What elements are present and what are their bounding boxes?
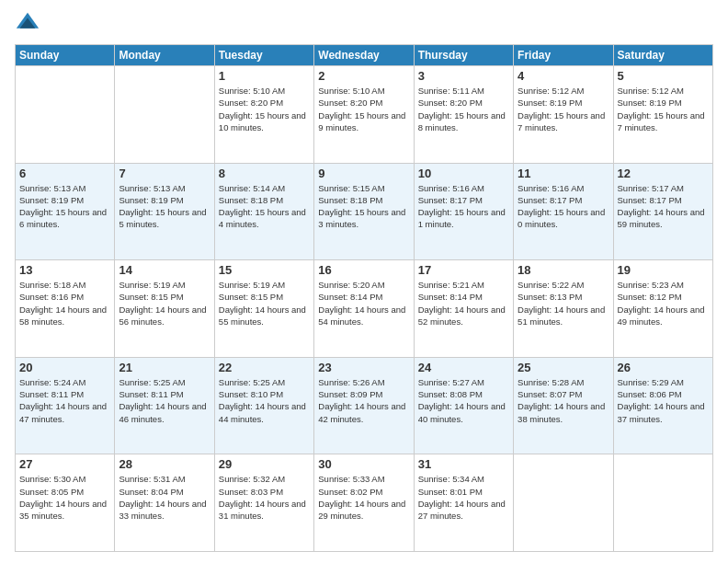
day-info: Sunrise: 5:25 AM Sunset: 8:10 PM Dayligh…	[219, 376, 310, 425]
calendar-header-tuesday: Tuesday	[214, 45, 313, 66]
calendar-cell: 24Sunrise: 5:27 AM Sunset: 8:08 PM Dayli…	[414, 357, 513, 454]
day-info: Sunrise: 5:23 AM Sunset: 8:12 PM Dayligh…	[618, 279, 709, 327]
day-info: Sunrise: 5:29 AM Sunset: 8:06 PM Dayligh…	[618, 376, 709, 425]
calendar-cell: 19Sunrise: 5:23 AM Sunset: 8:12 PM Dayli…	[613, 260, 712, 358]
day-number: 20	[19, 361, 110, 374]
day-info: Sunrise: 5:26 AM Sunset: 8:09 PM Dayligh…	[318, 376, 409, 425]
calendar-cell: 18Sunrise: 5:22 AM Sunset: 8:13 PM Dayli…	[514, 260, 613, 358]
calendar-table: SundayMondayTuesdayWednesdayThursdayFrid…	[15, 44, 713, 552]
calendar-cell: 6Sunrise: 5:13 AM Sunset: 8:19 PM Daylig…	[16, 163, 115, 260]
calendar-week-4: 20Sunrise: 5:24 AM Sunset: 8:11 PM Dayli…	[16, 357, 713, 454]
day-info: Sunrise: 5:25 AM Sunset: 8:11 PM Dayligh…	[119, 376, 210, 425]
calendar-cell: 5Sunrise: 5:12 AM Sunset: 8:19 PM Daylig…	[613, 66, 712, 164]
calendar-cell: 9Sunrise: 5:15 AM Sunset: 8:18 PM Daylig…	[314, 163, 414, 260]
calendar-cell: 17Sunrise: 5:21 AM Sunset: 8:14 PM Dayli…	[414, 260, 513, 358]
calendar-cell: 26Sunrise: 5:29 AM Sunset: 8:06 PM Dayli…	[613, 357, 712, 454]
day-number: 21	[119, 361, 210, 374]
calendar-week-2: 6Sunrise: 5:13 AM Sunset: 8:19 PM Daylig…	[16, 163, 713, 260]
calendar-header-friday: Friday	[514, 45, 613, 66]
day-number: 16	[318, 263, 409, 277]
day-info: Sunrise: 5:10 AM Sunset: 8:20 PM Dayligh…	[219, 85, 310, 133]
calendar-cell: 15Sunrise: 5:19 AM Sunset: 8:15 PM Dayli…	[214, 260, 313, 358]
day-number: 19	[618, 263, 709, 277]
day-info: Sunrise: 5:11 AM Sunset: 8:20 PM Dayligh…	[418, 85, 509, 133]
day-info: Sunrise: 5:24 AM Sunset: 8:11 PM Dayligh…	[19, 376, 110, 425]
day-info: Sunrise: 5:34 AM Sunset: 8:01 PM Dayligh…	[418, 473, 509, 522]
day-number: 27	[19, 457, 110, 471]
day-info: Sunrise: 5:20 AM Sunset: 8:14 PM Dayligh…	[318, 279, 409, 327]
day-info: Sunrise: 5:12 AM Sunset: 8:19 PM Dayligh…	[518, 85, 609, 133]
calendar-cell: 21Sunrise: 5:25 AM Sunset: 8:11 PM Dayli…	[115, 357, 214, 454]
day-info: Sunrise: 5:30 AM Sunset: 8:05 PM Dayligh…	[19, 473, 110, 522]
calendar-cell: 31Sunrise: 5:34 AM Sunset: 8:01 PM Dayli…	[414, 454, 513, 552]
calendar-header-thursday: Thursday	[414, 45, 513, 66]
day-number: 3	[418, 69, 509, 83]
calendar-week-1: 1Sunrise: 5:10 AM Sunset: 8:20 PM Daylig…	[16, 66, 713, 164]
day-number: 24	[418, 361, 509, 374]
day-number: 26	[618, 361, 709, 374]
day-number: 31	[418, 457, 509, 471]
calendar-cell: 12Sunrise: 5:17 AM Sunset: 8:17 PM Dayli…	[613, 163, 712, 260]
day-number: 14	[119, 263, 210, 277]
day-number: 1	[219, 69, 310, 83]
day-number: 12	[618, 167, 709, 180]
logo	[15, 11, 44, 37]
calendar-cell: 22Sunrise: 5:25 AM Sunset: 8:10 PM Dayli…	[214, 357, 313, 454]
calendar-cell: 25Sunrise: 5:28 AM Sunset: 8:07 PM Dayli…	[514, 357, 613, 454]
day-number: 11	[518, 167, 609, 180]
day-info: Sunrise: 5:10 AM Sunset: 8:20 PM Dayligh…	[318, 85, 409, 133]
calendar-cell: 2Sunrise: 5:10 AM Sunset: 8:20 PM Daylig…	[314, 66, 414, 164]
day-info: Sunrise: 5:32 AM Sunset: 8:03 PM Dayligh…	[219, 473, 310, 522]
calendar-cell: 20Sunrise: 5:24 AM Sunset: 8:11 PM Dayli…	[16, 357, 115, 454]
day-number: 13	[19, 263, 110, 277]
day-number: 9	[318, 167, 409, 180]
day-info: Sunrise: 5:19 AM Sunset: 8:15 PM Dayligh…	[219, 279, 310, 327]
calendar-cell: 7Sunrise: 5:13 AM Sunset: 8:19 PM Daylig…	[115, 163, 214, 260]
day-info: Sunrise: 5:15 AM Sunset: 8:18 PM Dayligh…	[318, 182, 409, 231]
day-info: Sunrise: 5:27 AM Sunset: 8:08 PM Dayligh…	[418, 376, 509, 425]
calendar-week-5: 27Sunrise: 5:30 AM Sunset: 8:05 PM Dayli…	[16, 454, 713, 552]
day-info: Sunrise: 5:22 AM Sunset: 8:13 PM Dayligh…	[518, 279, 609, 327]
day-info: Sunrise: 5:21 AM Sunset: 8:14 PM Dayligh…	[418, 279, 509, 327]
calendar-header-sunday: Sunday	[16, 45, 115, 66]
day-number: 29	[219, 457, 310, 471]
day-info: Sunrise: 5:31 AM Sunset: 8:04 PM Dayligh…	[119, 473, 210, 522]
day-number: 28	[119, 457, 210, 471]
day-number: 23	[318, 361, 409, 374]
day-number: 18	[518, 263, 609, 277]
day-number: 22	[219, 361, 310, 374]
calendar-cell: 1Sunrise: 5:10 AM Sunset: 8:20 PM Daylig…	[214, 66, 313, 164]
calendar-cell: 14Sunrise: 5:19 AM Sunset: 8:15 PM Dayli…	[115, 260, 214, 358]
calendar-cell: 10Sunrise: 5:16 AM Sunset: 8:17 PM Dayli…	[414, 163, 513, 260]
calendar-cell: 11Sunrise: 5:16 AM Sunset: 8:17 PM Dayli…	[514, 163, 613, 260]
day-info: Sunrise: 5:16 AM Sunset: 8:17 PM Dayligh…	[518, 182, 609, 231]
calendar-header-monday: Monday	[115, 45, 214, 66]
calendar-cell	[16, 66, 115, 164]
calendar-cell: 28Sunrise: 5:31 AM Sunset: 8:04 PM Dayli…	[115, 454, 214, 552]
day-info: Sunrise: 5:17 AM Sunset: 8:17 PM Dayligh…	[618, 182, 709, 231]
day-info: Sunrise: 5:13 AM Sunset: 8:19 PM Dayligh…	[119, 182, 210, 231]
day-info: Sunrise: 5:14 AM Sunset: 8:18 PM Dayligh…	[219, 182, 310, 231]
day-info: Sunrise: 5:19 AM Sunset: 8:15 PM Dayligh…	[119, 279, 210, 327]
day-number: 6	[19, 167, 110, 180]
calendar-cell	[514, 454, 613, 552]
day-number: 4	[518, 69, 609, 83]
day-number: 17	[418, 263, 509, 277]
day-number: 5	[618, 69, 709, 83]
day-info: Sunrise: 5:12 AM Sunset: 8:19 PM Dayligh…	[618, 85, 709, 133]
day-number: 10	[418, 167, 509, 180]
day-info: Sunrise: 5:33 AM Sunset: 8:02 PM Dayligh…	[318, 473, 409, 522]
day-info: Sunrise: 5:18 AM Sunset: 8:16 PM Dayligh…	[19, 279, 110, 327]
calendar-cell	[115, 66, 214, 164]
calendar-cell: 8Sunrise: 5:14 AM Sunset: 8:18 PM Daylig…	[214, 163, 313, 260]
calendar-cell	[613, 454, 712, 552]
calendar-header-wednesday: Wednesday	[314, 45, 414, 66]
calendar-cell: 27Sunrise: 5:30 AM Sunset: 8:05 PM Dayli…	[16, 454, 115, 552]
day-number: 2	[318, 69, 409, 83]
day-info: Sunrise: 5:28 AM Sunset: 8:07 PM Dayligh…	[518, 376, 609, 425]
page: SundayMondayTuesdayWednesdayThursdayFrid…	[0, 0, 728, 563]
calendar-week-3: 13Sunrise: 5:18 AM Sunset: 8:16 PM Dayli…	[16, 260, 713, 358]
logo-icon	[15, 11, 40, 37]
calendar-cell: 29Sunrise: 5:32 AM Sunset: 8:03 PM Dayli…	[214, 454, 313, 552]
calendar-cell: 3Sunrise: 5:11 AM Sunset: 8:20 PM Daylig…	[414, 66, 513, 164]
